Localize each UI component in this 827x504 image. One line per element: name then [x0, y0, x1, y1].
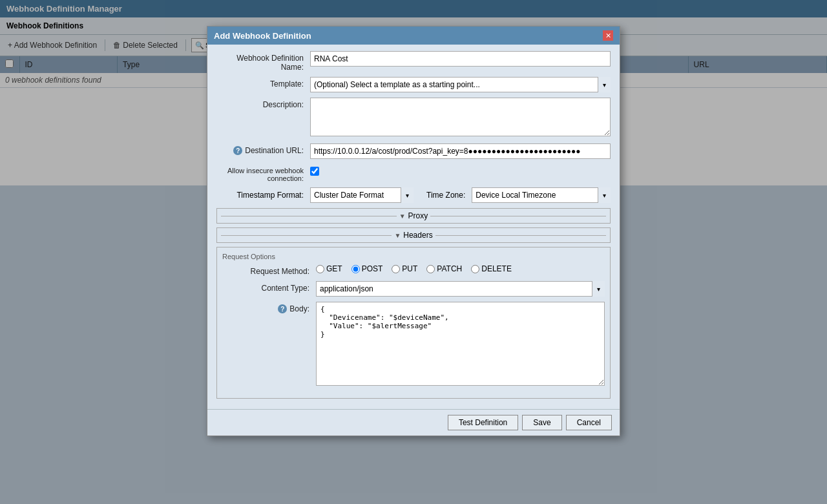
description-field-container — [310, 98, 611, 138]
modal-title-bar: Add Webhook Definition ✕ — [207, 26, 620, 45]
modal-title: Add Webhook Definition — [214, 31, 311, 41]
destination-url-label-group: ? Destination URL: — [216, 146, 304, 155]
destination-url-label-container: ? Destination URL: — [216, 143, 310, 155]
name-label: Webhook Definition Name: — [216, 51, 310, 72]
destination-url-row: ? Destination URL: — [216, 143, 611, 159]
destination-url-field-container — [310, 143, 611, 159]
modal-scroll-area: Webhook Definition Name: Template: (Opti… — [207, 45, 620, 185]
allow-insecure-field — [310, 164, 611, 178]
add-webhook-modal: Add Webhook Definition ✕ Webhook Definit… — [207, 26, 620, 185]
allow-insecure-row: Allow insecure webhook connection: — [216, 164, 611, 182]
destination-url-label: Destination URL: — [245, 146, 304, 155]
template-select-wrapper: (Optional) Select a template as a starti… — [310, 77, 611, 92]
name-field-container — [310, 51, 611, 67]
name-input[interactable] — [310, 51, 611, 67]
destination-url-input[interactable] — [310, 143, 611, 159]
description-textarea[interactable] — [310, 98, 611, 136]
modal-close-button[interactable]: ✕ — [603, 30, 613, 41]
allow-insecure-checkbox[interactable] — [310, 167, 319, 176]
template-field-container: (Optional) Select a template as a starti… — [310, 77, 611, 92]
description-field-row: Description: — [216, 98, 611, 138]
name-field-row: Webhook Definition Name: — [216, 51, 611, 72]
template-select[interactable]: (Optional) Select a template as a starti… — [310, 77, 611, 92]
destination-url-help-icon[interactable]: ? — [233, 146, 242, 155]
template-label: Template: — [216, 77, 310, 89]
template-field-row: Template: (Optional) Select a template a… — [216, 77, 611, 92]
modal-overlay: Add Webhook Definition ✕ Webhook Definit… — [0, 0, 827, 185]
description-label: Description: — [216, 98, 310, 109]
modal-body[interactable]: Webhook Definition Name: Template: (Opti… — [207, 45, 620, 185]
allow-insecure-label: Allow insecure webhook connection: — [216, 164, 310, 182]
